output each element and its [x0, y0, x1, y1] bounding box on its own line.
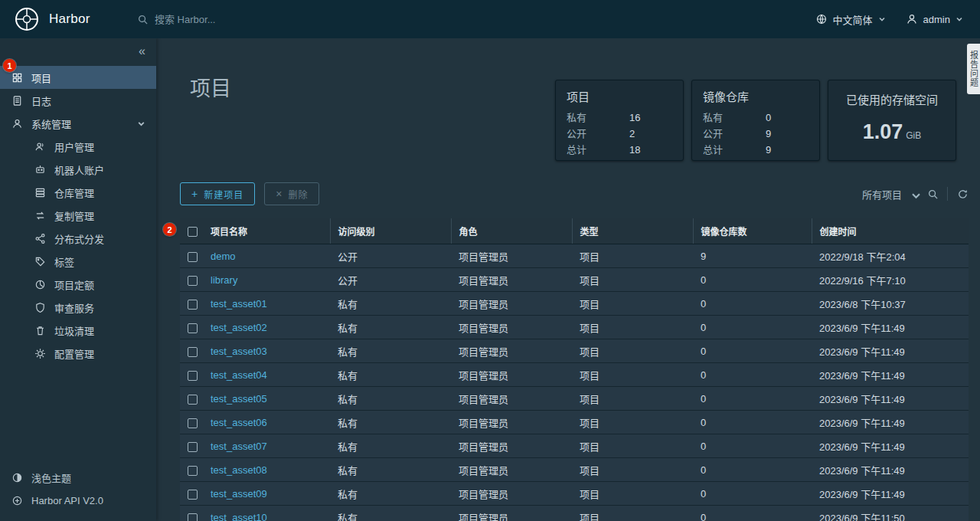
cell-repo-count: 0: [693, 363, 812, 387]
table-row: test_asset01私有项目管理员项目02023/6/8 下午10:37: [180, 292, 969, 316]
delete-button[interactable]: × 删除: [264, 182, 319, 205]
sidebar-item-registries[interactable]: 仓库管理: [0, 181, 156, 204]
column-header[interactable]: 镜像仓库数: [693, 218, 812, 244]
global-search[interactable]: [136, 14, 308, 25]
stats-cards: 项目 私有16 公开2 总计18 镜像仓库 私有0 公开9 总计9 已使用的存储…: [555, 80, 956, 161]
stat-label: 总计: [703, 142, 723, 158]
row-checkbox[interactable]: [188, 323, 198, 333]
page-title: 项目: [190, 72, 231, 102]
row-checkbox[interactable]: [188, 276, 198, 286]
cell-repo-count: 0: [693, 482, 812, 506]
row-checkbox[interactable]: [188, 466, 198, 476]
column-header[interactable]: 角色: [451, 218, 572, 244]
sidebar-item-users[interactable]: 用户管理: [0, 135, 156, 158]
cell-access-level: 公开: [330, 268, 451, 292]
project-link[interactable]: demo: [211, 251, 236, 262]
project-link[interactable]: library: [211, 274, 237, 286]
project-link[interactable]: test_asset04: [211, 369, 267, 381]
chevron-down-icon: [137, 120, 145, 128]
theme-toggle[interactable]: 浅色主题: [0, 466, 156, 489]
theme-label: 浅色主题: [31, 470, 71, 485]
cell-role: 项目管理员: [451, 292, 572, 316]
column-header[interactable]: 项目名称: [203, 218, 330, 244]
user-menu[interactable]: admin: [906, 13, 963, 25]
sidebar-item-administration[interactable]: 系统管理: [0, 112, 156, 135]
project-link[interactable]: test_asset07: [211, 441, 267, 452]
project-link[interactable]: test_asset02: [211, 322, 267, 333]
sidebar-item-project-quotas[interactable]: 项目定额: [0, 273, 156, 296]
sidebar-item-garbage-collection[interactable]: 垃圾清理: [0, 319, 156, 342]
feedback-side-tab[interactable]: 报告问题: [967, 44, 980, 94]
sidebar: « 1 项目 日志 系统管理: [0, 38, 156, 521]
language-label: 中文简体: [833, 12, 873, 27]
cell-creation-time: 2023/6/9 下午11:49: [812, 458, 969, 482]
row-checkbox[interactable]: [188, 395, 198, 405]
logs-icon: [11, 95, 23, 106]
brand-name: Harbor: [49, 11, 90, 27]
row-checkbox[interactable]: [188, 418, 198, 428]
global-search-input[interactable]: [155, 14, 308, 25]
cell-type: 项目: [572, 411, 693, 434]
projects-icon: [11, 72, 23, 84]
row-checkbox[interactable]: [188, 347, 198, 357]
projects-table: 2 项目名称 访问级别 角色 类型 镜像仓库数 创建时间: [180, 218, 969, 521]
row-checkbox[interactable]: [188, 490, 198, 500]
select-all-checkbox[interactable]: [188, 227, 198, 237]
project-link[interactable]: test_asset05: [211, 393, 267, 405]
cell-type: 项目: [572, 363, 693, 387]
row-checkbox[interactable]: [188, 513, 198, 521]
sidebar-item-robot-accounts[interactable]: 机器人账户: [0, 158, 156, 181]
api-link[interactable]: Harbor API V2.0: [0, 489, 156, 512]
table-row: test_asset08私有项目管理员项目02023/6/9 下午11:49: [180, 458, 969, 482]
project-link[interactable]: test_asset03: [211, 346, 267, 357]
project-link[interactable]: test_asset10: [211, 512, 267, 521]
sidebar-item-distribution[interactable]: 分布式分发: [0, 227, 156, 250]
brand[interactable]: Harbor: [0, 6, 136, 32]
column-header[interactable]: 访问级别: [330, 218, 451, 244]
sidebar-item-label: 系统管理: [31, 116, 71, 131]
language-menu[interactable]: 中文简体: [815, 12, 886, 27]
table-row: test_asset04私有项目管理员项目02023/6/9 下午11:49: [180, 363, 969, 387]
sidebar-collapse-button[interactable]: «: [0, 38, 156, 66]
table-row: test_asset10私有项目管理员项目02023/6/9 下午11:50: [180, 506, 969, 521]
column-header[interactable]: 类型: [572, 218, 693, 244]
cell-creation-time: 2022/9/18 下午2:04: [812, 244, 969, 268]
project-link[interactable]: test_asset09: [211, 488, 267, 500]
cell-creation-time: 2023/6/8 下午10:37: [812, 292, 969, 316]
close-icon: ×: [276, 188, 283, 199]
sidebar-item-label: 日志: [31, 93, 51, 108]
column-header[interactable]: 创建时间: [812, 218, 969, 244]
cell-repo-count: 0: [693, 458, 812, 482]
sidebar-item-interrogation-services[interactable]: 审查服务: [0, 296, 156, 319]
chevron-down-icon: [878, 15, 886, 23]
sidebar-item-replications[interactable]: 复制管理: [0, 204, 156, 227]
distribution-icon: [34, 233, 46, 244]
cell-type: 项目: [572, 244, 693, 268]
row-checkbox[interactable]: [188, 252, 198, 262]
sidebar-item-labels[interactable]: 标签: [0, 250, 156, 273]
new-project-button[interactable]: + 新建项目: [180, 182, 255, 205]
table-search-icon[interactable]: [926, 188, 939, 200]
row-checkbox[interactable]: [188, 371, 198, 381]
cell-type: 项目: [572, 434, 693, 458]
refresh-icon[interactable]: [956, 188, 969, 200]
project-link[interactable]: test_asset01: [211, 298, 267, 310]
row-checkbox[interactable]: [188, 442, 198, 452]
sidebar-item-configuration[interactable]: 配置管理: [0, 342, 156, 365]
sidebar-item-logs[interactable]: 日志: [0, 89, 156, 112]
cell-creation-time: 2023/6/9 下午11:49: [812, 411, 969, 434]
project-link[interactable]: test_asset08: [211, 464, 267, 476]
table-row: test_asset05私有项目管理员项目02023/6/9 下午11:49: [180, 387, 969, 411]
cell-creation-time: 2023/6/9 下午11:50: [812, 506, 969, 521]
row-checkbox[interactable]: [188, 300, 198, 310]
stat-label: 私有: [703, 110, 723, 126]
project-table-body: demo公开项目管理员项目92022/9/18 下午2:04library公开项…: [180, 244, 969, 521]
cell-repo-count: 9: [693, 244, 812, 268]
project-link[interactable]: test_asset06: [211, 417, 267, 428]
cell-type: 项目: [572, 387, 693, 411]
project-filter-dropdown[interactable]: 所有项目: [862, 187, 902, 202]
sidebar-item-projects[interactable]: 1 项目: [0, 66, 156, 89]
card-title: 已使用的存储空间: [839, 91, 945, 107]
api-label: Harbor API V2.0: [31, 495, 103, 506]
cell-access-level: 私有: [330, 292, 451, 316]
